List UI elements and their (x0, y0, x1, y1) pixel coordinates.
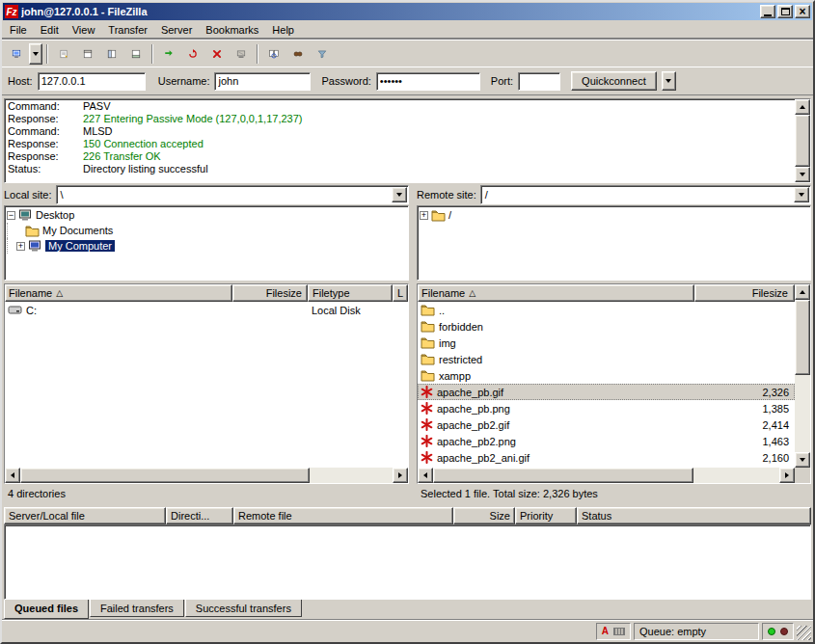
toggle-message-log-icon[interactable] (52, 43, 75, 65)
menu-edit[interactable]: Edit (34, 21, 66, 39)
column-filesize[interactable]: Filesize (694, 284, 795, 302)
quickconnect-button[interactable]: Quickconnect (571, 71, 657, 91)
cancel-transfer-icon[interactable] (205, 43, 229, 65)
combo-dropdown-icon[interactable] (392, 187, 407, 202)
collapse-icon[interactable]: − (7, 211, 15, 220)
process-queue-icon[interactable] (181, 43, 204, 65)
column-server-local-file[interactable]: Server/Local file (4, 507, 166, 524)
resize-grip[interactable] (797, 626, 811, 640)
column-size[interactable]: Size (453, 507, 515, 524)
menu-transfer[interactable]: Transfer (101, 21, 154, 39)
tree-item-root[interactable]: + / (420, 207, 808, 223)
find-files-icon[interactable] (286, 43, 310, 65)
port-label: Port: (491, 75, 513, 87)
host-input[interactable] (38, 72, 146, 91)
local-directory-tree[interactable]: − Desktop My Documents + My Computer (4, 205, 409, 281)
host-label: Host: (8, 75, 33, 87)
file-row[interactable]: C: Local Disk (5, 302, 408, 318)
queue-list[interactable] (4, 524, 811, 600)
menu-file[interactable]: File (3, 21, 34, 39)
close-button[interactable]: × (795, 5, 810, 18)
column-filename[interactable]: Filename△ (5, 284, 232, 302)
status-bar: A Queue: empty (2, 619, 813, 642)
column-filesize[interactable]: Filesize (232, 284, 308, 302)
file-name: restricted (439, 354, 482, 365)
column-filename[interactable]: Filename△ (418, 284, 694, 302)
title-bar[interactable]: Fz john@127.0.0.1 - FileZilla × (3, 3, 812, 20)
combo-dropdown-icon[interactable] (794, 187, 809, 202)
tab-failed-transfers[interactable]: Failed transfers (90, 600, 184, 617)
expand-icon[interactable]: + (420, 211, 428, 220)
log-vertical-scrollbar[interactable] (795, 99, 810, 182)
toggle-local-tree-icon[interactable] (76, 43, 99, 65)
scroll-right-icon[interactable] (393, 468, 408, 483)
menu-bookmarks[interactable]: Bookmarks (199, 21, 265, 39)
maximize-button[interactable] (777, 5, 793, 18)
tab-queued-files[interactable]: Queued files (4, 600, 89, 619)
file-row[interactable]: apache_pb2_ani.gif 2,160 (418, 449, 795, 466)
file-name: apache_pb2_ani.gif (437, 452, 530, 464)
port-input[interactable] (518, 72, 560, 91)
column-last-modified[interactable]: L (393, 284, 408, 302)
expand-icon[interactable]: + (16, 242, 25, 251)
log-type: Response: (8, 138, 83, 150)
toggle-queue-icon[interactable] (124, 43, 148, 65)
file-row[interactable]: img (418, 335, 795, 351)
file-row[interactable]: restricted (418, 351, 795, 367)
transfer-type-panel: A (596, 623, 631, 640)
remote-pane: Remote site: / + / Filename△ (417, 184, 811, 503)
scroll-up-icon[interactable] (795, 99, 810, 115)
password-input[interactable] (376, 72, 480, 91)
minimize-button[interactable] (760, 5, 775, 18)
scroll-left-icon[interactable] (418, 468, 433, 483)
disconnect-icon[interactable] (230, 43, 253, 65)
remote-site-combobox[interactable]: / (480, 185, 811, 204)
scroll-right-icon[interactable] (779, 468, 795, 483)
column-priority[interactable]: Priority (515, 507, 577, 524)
local-horizontal-scrollbar[interactable] (5, 468, 408, 483)
scrollbar-thumb[interactable] (795, 115, 810, 167)
local-file-rows[interactable]: C: Local Disk (5, 302, 408, 468)
computer-icon (28, 240, 42, 253)
remote-horizontal-scrollbar[interactable] (418, 468, 810, 483)
remote-file-rows[interactable]: .. forbidden img (418, 302, 795, 468)
site-manager-dropdown-icon[interactable] (29, 43, 42, 65)
file-row[interactable]: xampp (418, 367, 795, 384)
local-site-combobox[interactable]: \ (56, 185, 409, 204)
connection-leds-panel (762, 623, 794, 640)
file-row[interactable]: apache_pb2.png 1,463 (418, 433, 795, 449)
scroll-down-icon[interactable] (795, 452, 810, 468)
remote-vertical-scrollbar[interactable] (795, 284, 810, 468)
scroll-up-icon[interactable] (795, 284, 810, 300)
file-row[interactable]: forbidden (418, 318, 795, 335)
file-row[interactable]: apache_pb.png 1,385 (418, 400, 795, 416)
column-remote-file[interactable]: Remote file (233, 507, 453, 524)
refresh-icon[interactable] (157, 43, 180, 65)
remote-directory-tree[interactable]: + / (417, 205, 811, 281)
menu-server[interactable]: Server (154, 21, 199, 39)
scroll-left-icon[interactable] (5, 468, 20, 483)
toggle-remote-tree-icon[interactable] (100, 43, 123, 65)
tab-successful-transfers[interactable]: Successful transfers (185, 600, 302, 617)
column-status[interactable]: Status (577, 507, 811, 524)
username-input[interactable] (214, 72, 311, 91)
file-row-selected[interactable]: apache_pb.gif 2,326 (418, 384, 795, 400)
menu-help[interactable]: Help (265, 21, 301, 39)
quickconnect-dropdown-icon[interactable] (662, 71, 676, 91)
scroll-down-icon[interactable] (795, 167, 810, 182)
column-direction[interactable]: Directi... (166, 507, 233, 524)
filter-icon[interactable] (311, 43, 334, 65)
file-row[interactable]: .. (418, 302, 795, 318)
scrollbar-thumb[interactable] (433, 468, 693, 483)
file-row[interactable]: apache_pb2.gif 2,414 (418, 416, 795, 433)
menu-view[interactable]: View (66, 21, 102, 39)
scrollbar-thumb[interactable] (20, 468, 310, 483)
tree-item-my-computer[interactable]: + My Computer (7, 238, 406, 254)
directory-compare-icon[interactable] (262, 43, 285, 65)
remote-site-value: / (482, 189, 794, 201)
scrollbar-thumb[interactable] (795, 300, 810, 375)
tree-item-my-documents[interactable]: My Documents (7, 223, 406, 238)
tree-item-desktop[interactable]: − Desktop (7, 207, 406, 223)
column-filetype[interactable]: Filetype (308, 284, 393, 302)
site-manager-icon[interactable] (5, 43, 28, 65)
